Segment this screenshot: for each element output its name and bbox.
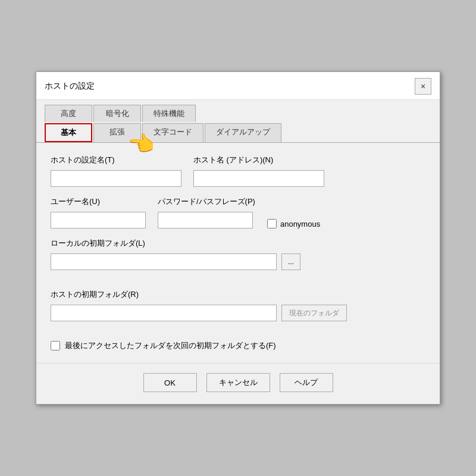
hostname-label: ホスト名 (アドレス)(N) xyxy=(193,155,324,165)
tab-kakucho[interactable]: 拡張 xyxy=(93,123,141,142)
tab-kihon[interactable]: 基本 xyxy=(45,123,92,142)
tab-angouka[interactable]: 暗号化 xyxy=(93,105,141,122)
help-button[interactable]: ヘルプ xyxy=(280,373,333,392)
host-folder-input[interactable] xyxy=(51,305,277,321)
host-settings-dialog: ホストの設定 × 高度 暗号化 特殊機能 基本 拡張 文字コード ダイアルアップ… xyxy=(36,71,440,405)
row-host-names: ホストの設定名(T) ホスト名 (アドレス)(N) xyxy=(51,155,425,187)
username-input[interactable] xyxy=(51,212,146,228)
last-access-checkbox[interactable] xyxy=(51,341,60,350)
local-folder-input[interactable] xyxy=(51,253,277,270)
group-host-setting-name: ホストの設定名(T) xyxy=(51,155,181,187)
group-username: ユーザー名(U) xyxy=(51,196,146,228)
last-access-label: 最後にアクセスしたフォルダを次回の初期フォルダとする(F) xyxy=(65,340,276,351)
local-folder-label: ローカルの初期フォルダ(L) xyxy=(51,238,425,249)
tabs-bottom-row: 基本 拡張 文字コード ダイアルアップ xyxy=(45,123,431,142)
host-setting-name-label: ホストの設定名(T) xyxy=(51,155,181,165)
ok-button[interactable]: OK xyxy=(143,373,197,392)
tab-dial[interactable]: ダイアルアップ xyxy=(205,123,281,142)
tabs-wrapper: 高度 暗号化 特殊機能 基本 拡張 文字コード ダイアルアップ xyxy=(36,100,440,143)
group-hostname: ホスト名 (アドレス)(N) xyxy=(193,155,324,187)
tab-tokushu[interactable]: 特殊機能 xyxy=(142,105,196,122)
host-setting-name-input[interactable] xyxy=(51,170,181,187)
group-host-folder: ホストの初期フォルダ(R) 現在のフォルダ xyxy=(51,289,425,331)
local-folder-row: ... xyxy=(51,253,425,270)
browse-button[interactable]: ... xyxy=(281,253,300,270)
anonymous-label: anonymous xyxy=(280,220,320,228)
host-folder-row: 現在のフォルダ xyxy=(51,305,425,321)
group-local-folder: ローカルの初期フォルダ(L) ... xyxy=(51,238,425,280)
dialog-title: ホストの設定 xyxy=(45,81,95,92)
form-content: ホストの設定名(T) ホスト名 (アドレス)(N) ユーザー名(U) パスワード… xyxy=(36,143,440,363)
last-access-row: 最後にアクセスしたフォルダを次回の初期フォルダとする(F) xyxy=(51,340,425,351)
row-credentials: ユーザー名(U) パスワード/パスフレーズ(P) anonymous xyxy=(51,196,425,228)
tab-moji[interactable]: 文字コード xyxy=(142,123,203,142)
host-folder-label: ホストの初期フォルダ(R) xyxy=(51,289,425,300)
password-label: パスワード/パスフレーズ(P) xyxy=(158,196,255,207)
cancel-button[interactable]: キャンセル xyxy=(206,373,270,392)
group-anonymous: anonymous xyxy=(267,219,320,228)
group-password: パスワード/パスフレーズ(P) xyxy=(158,196,255,228)
username-label: ユーザー名(U) xyxy=(51,196,146,207)
dialog-footer: OK キャンセル ヘルプ xyxy=(36,363,440,404)
tab-kodo[interactable]: 高度 xyxy=(45,105,92,122)
hostname-input[interactable] xyxy=(193,170,324,187)
anonymous-checkbox[interactable] xyxy=(267,219,277,228)
title-bar: ホストの設定 × xyxy=(36,72,440,100)
current-folder-button[interactable]: 現在のフォルダ xyxy=(281,305,347,321)
close-button[interactable]: × xyxy=(415,78,431,95)
password-input[interactable] xyxy=(158,212,253,228)
tabs-top-row: 高度 暗号化 特殊機能 xyxy=(45,105,431,122)
